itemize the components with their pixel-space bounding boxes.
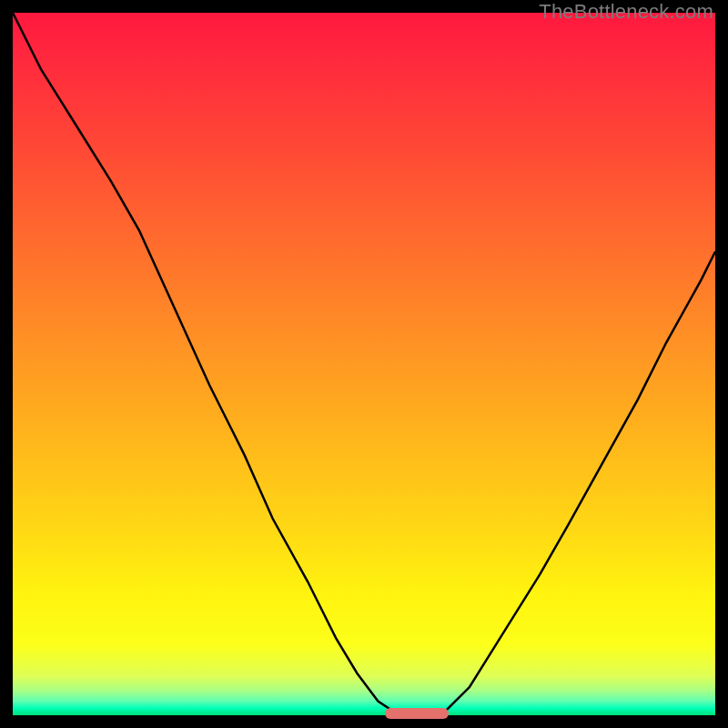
plot-area	[13, 13, 715, 715]
curve-left-branch	[13, 13, 399, 715]
attribution-text: TheBottleneck.com	[539, 0, 713, 24]
bottleneck-curve	[13, 13, 715, 715]
min-marker-pill	[385, 708, 448, 719]
chart-frame: TheBottleneck.com	[0, 0, 728, 728]
curve-right-branch	[441, 252, 715, 716]
